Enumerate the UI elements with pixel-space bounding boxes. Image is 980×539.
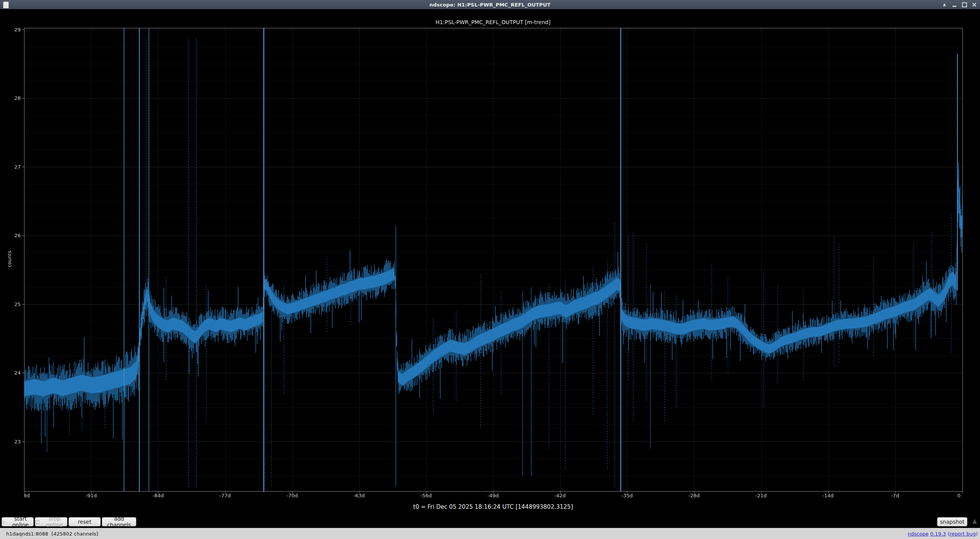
server-status: h1daqnds1:8088 [425802 channels] xyxy=(6,531,98,537)
x-tick-label: -98d xyxy=(24,493,30,498)
start-online-label: start online xyxy=(8,516,33,528)
version-link[interactable]: 0.19.3 xyxy=(930,531,946,537)
snapshot-button[interactable]: snapshot xyxy=(937,517,967,526)
x-tick-labels: -98d-91d-84d-77d-70d-63d-56d-49d-42d-35d… xyxy=(24,493,967,500)
y-axis-label: counts xyxy=(7,251,12,267)
x-tick-label: -7d xyxy=(891,493,899,498)
add-channels-button[interactable]: add channels xyxy=(102,517,136,526)
x-tick-label: -84d xyxy=(152,493,164,498)
y-tick-label: 26 xyxy=(14,233,21,238)
x-tick-label: -70d xyxy=(286,493,298,498)
x-tick-label: 0 xyxy=(957,493,960,498)
x-tick-label: -14d xyxy=(822,493,834,498)
trace-canvas[interactable] xyxy=(24,28,962,491)
ndscope-link[interactable]: ndscope xyxy=(908,531,929,537)
x-tick-label: -21d xyxy=(755,493,767,498)
shade-icon[interactable]: ∧ xyxy=(941,1,948,8)
stop-online-label: stop online xyxy=(42,516,67,528)
t0-label: t0 = Fri Dec 05 2025 18:16:24 UTC [14489… xyxy=(24,503,962,510)
x-tick-label: -56d xyxy=(420,493,432,498)
app-icon xyxy=(3,2,9,8)
x-tick-label: -91d xyxy=(85,493,97,498)
play-icon: ▷ xyxy=(2,519,5,524)
bug-pre: ( xyxy=(946,531,949,537)
x-tick-label: -63d xyxy=(353,493,365,498)
toolbar: ▷ start online □ stop online reset add c… xyxy=(0,516,980,528)
y-tick-label: 24 xyxy=(14,370,21,376)
close-icon[interactable]: × xyxy=(971,1,978,8)
reset-label: reset xyxy=(78,519,91,525)
x-tick-label: -42d xyxy=(554,493,566,498)
start-online-button[interactable]: ▷ start online xyxy=(2,517,34,526)
stop-icon: □ xyxy=(35,519,39,524)
minimize-icon[interactable] xyxy=(951,1,958,8)
plot-area[interactable] xyxy=(24,28,963,492)
plot-title: H1:PSL-PWR_PMC_REFL_OUTPUT [m-trend] xyxy=(24,19,962,25)
bug-post: ) xyxy=(976,531,978,537)
y-tick-label: 25 xyxy=(14,301,21,307)
maximize-icon[interactable] xyxy=(961,1,968,8)
y-tick-label: 23 xyxy=(14,438,21,444)
x-tick-label: -35d xyxy=(621,493,633,498)
window-controls: ∧ × xyxy=(941,0,978,9)
report-bug-link[interactable]: report bug xyxy=(949,531,976,537)
titlebar: ndscope: H1:PSL-PWR_PMC_REFL_OUTPUT ∧ × xyxy=(0,0,980,9)
snapshot-label: snapshot xyxy=(940,519,965,525)
reset-button[interactable]: reset xyxy=(69,517,101,526)
about-links: ndscope 0.19.3 (report bug) xyxy=(908,531,978,537)
y-tick-label: 28 xyxy=(14,95,21,101)
add-channels-label: add channels xyxy=(102,516,136,528)
y-tick-label: 27 xyxy=(14,164,21,169)
ndscope-window: ndscope: H1:PSL-PWR_PMC_REFL_OUTPUT ∧ × … xyxy=(0,0,980,539)
window-title: ndscope: H1:PSL-PWR_PMC_REFL_OUTPUT xyxy=(0,2,980,8)
x-tick-label: -77d xyxy=(219,493,231,498)
x-tick-label: -49d xyxy=(487,493,499,498)
stop-online-button[interactable]: □ stop online xyxy=(35,517,67,526)
x-tick-label: -28d xyxy=(688,493,700,498)
status-bar: h1daqnds1:8088 [425802 channels] ndscope… xyxy=(0,528,980,539)
y-tick-label: 29 xyxy=(14,26,21,32)
expand-panel-icon[interactable]: ▲ xyxy=(972,518,977,524)
